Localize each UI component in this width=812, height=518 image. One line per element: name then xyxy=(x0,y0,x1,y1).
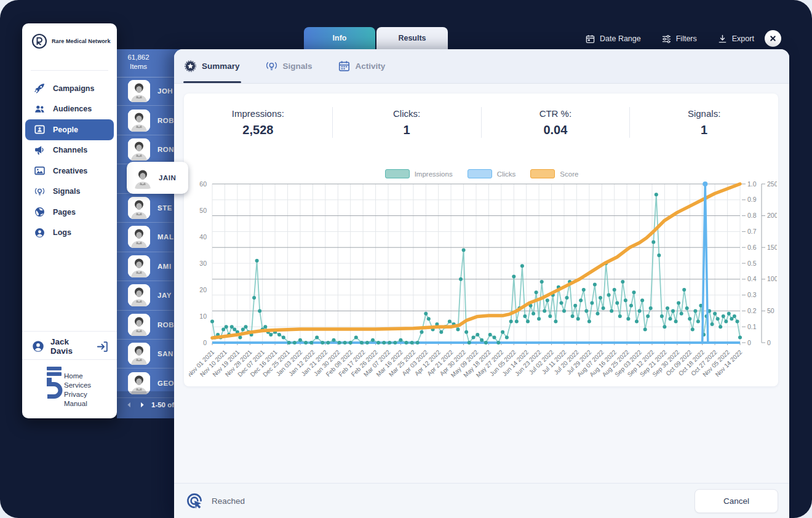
svg-text:0.3: 0.3 xyxy=(747,291,757,298)
action-label: Filters xyxy=(676,34,697,43)
reached-click-icon xyxy=(185,492,204,510)
sidebar-item-label: People xyxy=(53,126,78,134)
action-filters[interactable]: Filters xyxy=(662,30,697,47)
svg-text:0.4: 0.4 xyxy=(747,275,757,282)
action-date-range[interactable]: Date Range xyxy=(586,30,641,47)
modal-tab-bar: SummarySignalsActivity xyxy=(174,49,789,84)
chevron-right-icon[interactable] xyxy=(138,401,146,408)
legend-item-impressions: Impressions xyxy=(385,169,453,178)
svg-text:0.1: 0.1 xyxy=(747,323,757,330)
stat-label: Impressions: xyxy=(184,108,332,119)
person-circle-icon xyxy=(34,228,45,238)
sidebar-item-campaigns[interactable]: Campaigns xyxy=(25,78,114,99)
filters-icon xyxy=(662,34,671,44)
svg-text:0.5: 0.5 xyxy=(747,260,757,267)
footer-link-services[interactable]: Services xyxy=(64,381,91,390)
image-icon xyxy=(34,165,45,176)
sidebar-item-channels[interactable]: Channels xyxy=(25,140,114,161)
chart-legend: ImpressionsClicksScore xyxy=(174,169,789,178)
action-label: Export xyxy=(732,34,754,43)
stat-clicks: Clicks:1 xyxy=(333,108,481,137)
legend-item-clicks: Clicks xyxy=(468,169,516,178)
tab-results[interactable]: Results xyxy=(376,27,448,49)
svg-text:60: 60 xyxy=(199,180,207,188)
legend-swatch xyxy=(468,169,492,178)
person-name: ROB xyxy=(157,117,174,124)
sidebar-item-audiences[interactable]: Audiences xyxy=(25,99,114,120)
globe-icon xyxy=(34,207,45,217)
reached-status: Reached xyxy=(185,492,245,510)
svg-text:200: 200 xyxy=(767,212,777,219)
results-chart[interactable]: Nov 01 2021Nov 10 2021Nov 19 2021Nov 28 … xyxy=(189,157,777,391)
sidebar: Rare Medical Network CampaignsAudiencesP… xyxy=(22,23,117,418)
legend-swatch xyxy=(385,169,410,178)
tab-activity[interactable]: Activity xyxy=(338,49,386,83)
sidebar-item-signals[interactable]: Signals xyxy=(25,181,114,202)
audience-icon xyxy=(34,104,45,114)
cancel-button[interactable]: Cancel xyxy=(695,489,778,513)
user-name: Jack Davis xyxy=(50,337,90,356)
items-count: 61,862 Items xyxy=(121,53,156,71)
chevron-left-icon[interactable] xyxy=(125,401,133,408)
avatar xyxy=(128,343,150,365)
brand-logo: Rare Medical Network xyxy=(22,23,117,49)
calendar-grid-icon xyxy=(338,60,350,72)
items-count-label: Items xyxy=(121,62,156,71)
avatar xyxy=(128,197,150,219)
divider xyxy=(31,70,108,71)
legend-swatch xyxy=(530,169,555,178)
person-name: ROB xyxy=(157,321,174,329)
stat-label: Signals: xyxy=(630,108,778,119)
svg-text:250: 250 xyxy=(767,180,777,188)
avatar xyxy=(128,226,150,248)
selected-person-row[interactable]: JAIN xyxy=(127,162,188,194)
svg-text:40: 40 xyxy=(199,233,207,241)
avatar xyxy=(128,255,150,277)
svg-text:0.6: 0.6 xyxy=(747,244,757,251)
footer-link-privacy[interactable]: Privacy xyxy=(64,390,91,399)
reached-label: Reached xyxy=(212,496,245,506)
sidebar-item-label: Pages xyxy=(53,208,76,217)
close-icon xyxy=(769,34,777,42)
tab-signals[interactable]: Signals xyxy=(266,49,312,83)
top-actions: Date RangeFiltersExport xyxy=(586,30,754,47)
id-card-icon xyxy=(34,124,45,135)
megaphone-icon xyxy=(34,145,45,156)
signal-bulb-icon xyxy=(34,186,45,197)
action-export[interactable]: Export xyxy=(718,30,754,47)
person-name: MAL xyxy=(157,233,173,241)
tab-label: Activity xyxy=(356,62,386,71)
rocket-icon xyxy=(34,83,45,94)
action-label: Date Range xyxy=(600,34,641,43)
tab-label: Summary xyxy=(202,62,240,71)
sidebar-item-label: Creatives xyxy=(53,167,87,175)
svg-text:1.0: 1.0 xyxy=(747,180,757,188)
stat-label: Clicks: xyxy=(333,108,481,119)
sidebar-item-label: Logs xyxy=(53,228,71,237)
svg-text:30: 30 xyxy=(199,260,207,267)
rare-medical-logo-icon xyxy=(31,33,47,49)
person-name: JAIN xyxy=(159,174,176,181)
five-logo xyxy=(46,367,64,404)
svg-text:150: 150 xyxy=(767,244,777,251)
sidebar-item-logs[interactable]: Logs xyxy=(25,223,114,244)
tab-info[interactable]: Info xyxy=(304,27,375,49)
screen: 61,862 Items Nam JOHROBRONJAINSTEMALAMIJ… xyxy=(0,0,812,518)
sidebar-item-label: Channels xyxy=(53,146,87,154)
svg-text:0.9: 0.9 xyxy=(747,196,757,203)
stat-value: 0.04 xyxy=(482,123,630,137)
items-count-value: 61,862 xyxy=(121,53,156,62)
footer-link-home[interactable]: Home xyxy=(64,372,91,381)
sidebar-item-people[interactable]: People xyxy=(25,119,114,140)
tab-summary[interactable]: Summary xyxy=(185,49,240,83)
person-name: RON xyxy=(157,146,174,153)
sidebar-item-pages[interactable]: Pages xyxy=(25,202,114,223)
logout-icon[interactable] xyxy=(97,341,108,353)
stat-value: 2,528 xyxy=(184,123,332,137)
sidebar-item-creatives[interactable]: Creatives xyxy=(25,161,114,181)
stat-ctr: CTR %:0.04 xyxy=(482,108,630,137)
close-button[interactable] xyxy=(765,30,781,47)
footer-links: HomeServicesPrivacyManual xyxy=(64,372,91,408)
avatar xyxy=(128,284,150,306)
footer-link-manual[interactable]: Manual xyxy=(64,399,91,408)
